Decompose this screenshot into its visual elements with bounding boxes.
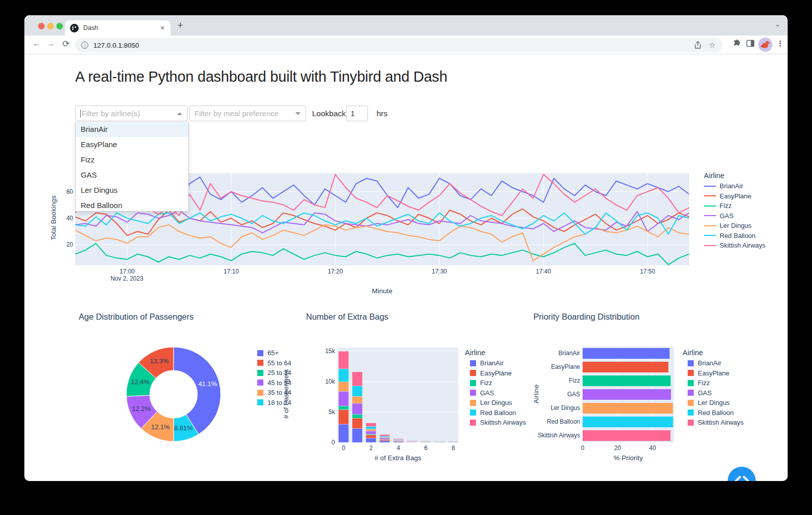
legend-item-Ler Dingus[interactable]: Ler Dingus [683,399,743,406]
legend-item-Skittish Airways[interactable]: Skittish Airways [683,419,743,426]
legend-swatch [688,360,694,366]
pie-slice-value: 12.1% [151,423,170,431]
legend-item-GAS[interactable]: GAS [704,212,765,220]
close-window-button[interactable] [38,23,45,29]
legend-swatch [257,370,263,376]
meal-filter-dropdown[interactable]: Filter by meal preference [189,106,306,121]
legend-item-Fizz[interactable]: Fizz [465,379,526,387]
legend-label: Red Balloon [480,409,516,417]
priority-bar-chart[interactable] [583,347,674,442]
legend-swatch [257,390,263,396]
legend-item-Red Balloon[interactable]: Red Balloon [683,409,743,417]
pie-slice-value: 12.4% [131,378,150,386]
airline-option-Red Balloon[interactable]: Red Balloon [76,198,188,212]
bag-bar-3-EasyPlane [380,439,390,441]
airline-option-Fizz[interactable]: Fizz [76,152,188,167]
airline-filter-dropdown[interactable]: Filter by airline(s) [75,106,188,121]
lookback-input[interactable] [346,106,368,121]
legend-item-BrianAir[interactable]: BrianAir [683,359,743,367]
pie-slice-value: 13.3% [150,357,168,365]
legend-item-BrianAir[interactable]: BrianAir [704,182,765,190]
bag-bar-3-Skittish Airways [380,434,390,436]
bag-bar-2-Red Balloon [366,426,376,429]
airline-option-Ler Dingus[interactable]: Ler Dingus [76,183,188,198]
bag-bar-4-Skittish Airways [393,438,403,439]
pie-slice-value: 41.1% [198,380,217,388]
bags-y-axis-label: # of Passengers [282,364,290,425]
profile-avatar[interactable] [758,38,772,52]
bookings-x-axis-label: Minute [352,287,413,295]
legend-item-EasyPlane[interactable]: EasyPlane [704,192,765,200]
bag-bar-2-EasyPlane [366,435,376,438]
tab-close-icon[interactable]: × [159,24,165,32]
bags-y-tick-5k: 5k [315,408,335,416]
airline-option-BrianAir[interactable]: BrianAir [76,122,188,137]
dropdown-closed-arrow-icon[interactable] [295,112,300,115]
chevrons-icon [734,475,750,482]
bags-bar-chart[interactable] [337,348,458,442]
x-tick-17:30: 17:30 [419,268,460,275]
legend-swatch [688,420,694,426]
legend-item-65+[interactable]: 65+ [252,349,291,357]
airline-option-GAS[interactable]: GAS [76,167,188,183]
legend-item-Red Balloon[interactable]: Red Balloon [465,409,526,417]
legend-label: Skittish Airways [720,242,765,249]
legend-swatch [470,390,476,396]
legend-item-Ler Dingus[interactable]: Ler Dingus [704,222,765,229]
priority-cat-BrianAir: BrianAir [519,350,580,357]
legend-swatch [704,215,716,216]
legend-item-Skittish Airways[interactable]: Skittish Airways [465,419,526,426]
minimize-window-button[interactable] [47,23,54,29]
bag-bar-0-Red Balloon [339,369,349,382]
airline-option-EasyPlane[interactable]: EasyPlane [76,137,188,152]
priority-cat-EasyPlane: EasyPlane [519,363,580,370]
share-icon[interactable] [694,41,702,49]
legend-item-Skittish Airways[interactable]: Skittish Airways [704,242,765,249]
reload-button[interactable]: ⟳ [60,39,72,49]
bag-bar-0-EasyPlane [339,409,349,424]
legend-item-Ler Dingus[interactable]: Ler Dingus [465,399,526,406]
back-button[interactable]: ← [30,39,43,49]
y-tick-20: 20 [53,241,73,248]
legend-item-Fizz[interactable]: Fizz [704,202,765,210]
bags-x-tick-6: 6 [416,444,436,452]
tab-list-chevron-icon[interactable]: ⌄ [775,20,781,28]
legend-label: GAS [720,212,733,220]
tab-strip: Dash × + ⌄ [24,15,788,36]
legend-label: BrianAir [698,359,721,367]
legend-label: EasyPlane [480,369,512,377]
legend-item-BrianAir[interactable]: BrianAir [465,359,526,367]
legend-title: Airline [683,349,743,357]
priority-cat-Fizz: Fizz [519,377,580,384]
new-tab-button[interactable]: + [178,22,183,29]
dropdown-open-arrow-icon[interactable] [177,112,182,115]
legend-label: Ler Dingus [698,399,730,406]
site-info-icon[interactable]: i [81,42,88,49]
legend-label: EasyPlane [720,192,751,200]
age-donut-chart[interactable]: 41.1%8.81%12.1%12.2%12.4%13.3% [125,346,222,442]
bag-bar-1-Skittish Airways [352,372,362,386]
x-tick-17:20: 17:20 [315,268,356,275]
priority-bar-EasyPlane [583,362,668,372]
legend-item-EasyPlane[interactable]: EasyPlane [465,369,526,377]
maximize-window-button[interactable] [56,23,63,29]
bags-x-tick-2: 2 [361,444,381,452]
legend-item-EasyPlane[interactable]: EasyPlane [683,369,743,377]
address-bar[interactable]: i 127.0.0.1:8050 ☆ [75,38,723,52]
bag-bar-8-Skittish Airways [448,441,458,442]
dash-debug-menu-button[interactable] [728,467,756,481]
browser-menu-dots-icon[interactable]: ⋮ [776,39,784,48]
forward-button[interactable]: → [45,39,57,49]
side-panel-icon[interactable] [746,39,755,48]
x-tick-17:50: 17:50 [627,268,668,275]
browser-tab[interactable]: Dash × [65,20,171,36]
dashboard-page: A real-time Python dashboard built with … [24,54,788,481]
bookmark-star-icon[interactable]: ☆ [709,41,716,50]
legend-item-Fizz[interactable]: Fizz [683,379,743,387]
extensions-puzzle-icon[interactable] [733,39,741,48]
bookings-legend: AirlineBrianAirEasyPlaneFizzGASLer Dingu… [704,171,765,252]
y-tick-60: 60 [53,188,73,195]
legend-item-Red Balloon[interactable]: Red Balloon [704,232,765,239]
legend-item-GAS[interactable]: GAS [465,389,526,397]
legend-item-GAS[interactable]: GAS [683,389,743,397]
